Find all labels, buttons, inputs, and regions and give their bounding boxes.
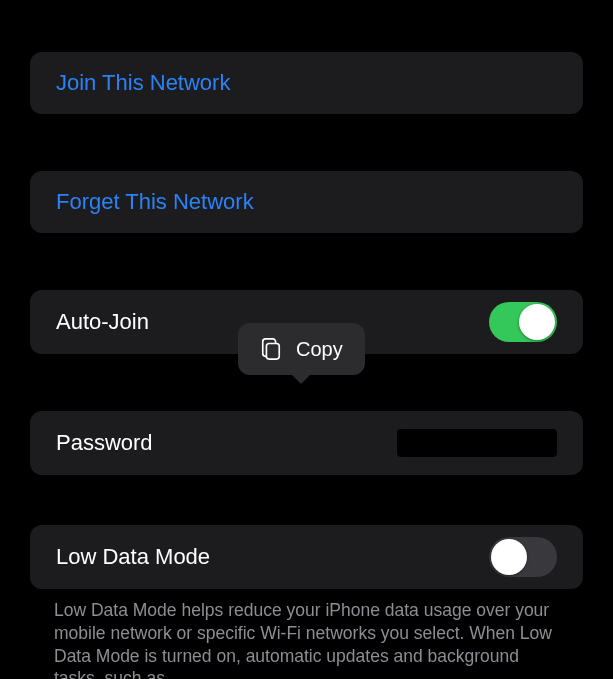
toggle-knob <box>491 539 527 575</box>
password-label: Password <box>56 430 153 456</box>
tooltip-arrow <box>291 374 311 384</box>
forget-network-label: Forget This Network <box>56 189 254 215</box>
svg-rect-0 <box>266 344 279 360</box>
password-value-hidden <box>397 429 557 457</box>
low-data-mode-row: Low Data Mode <box>30 525 583 589</box>
forget-network-button[interactable]: Forget This Network <box>30 171 583 233</box>
copy-tooltip[interactable]: Copy <box>238 323 365 375</box>
auto-join-label: Auto-Join <box>56 309 149 335</box>
password-row[interactable]: Password <box>30 411 583 475</box>
low-data-mode-label: Low Data Mode <box>56 544 210 570</box>
join-network-label: Join This Network <box>56 70 230 96</box>
copy-icon <box>260 337 282 361</box>
join-network-button[interactable]: Join This Network <box>30 52 583 114</box>
low-data-mode-footer: Low Data Mode helps reduce your iPhone d… <box>30 589 583 679</box>
low-data-mode-toggle[interactable] <box>489 537 557 577</box>
toggle-knob <box>519 304 555 340</box>
copy-tooltip-label: Copy <box>296 338 343 361</box>
auto-join-toggle[interactable] <box>489 302 557 342</box>
